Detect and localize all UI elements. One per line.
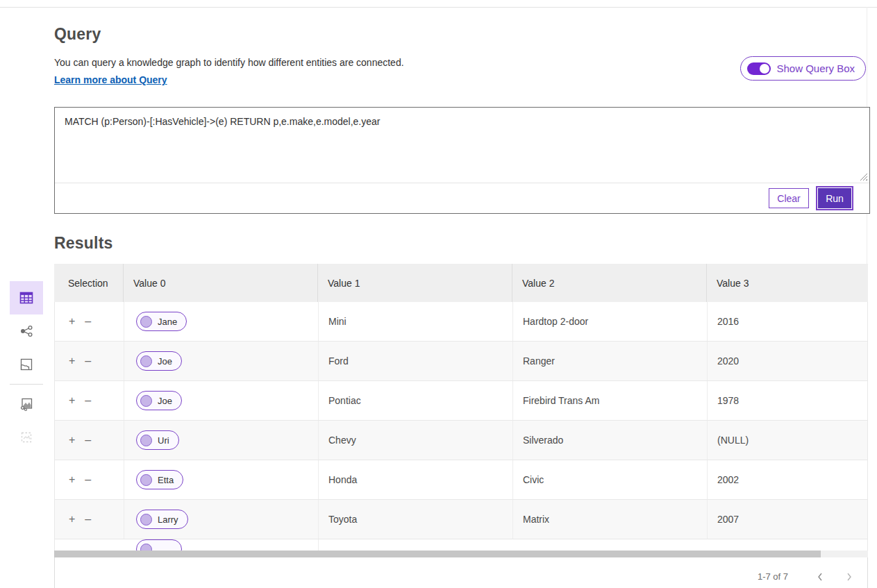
cell-make: Ford <box>319 342 513 380</box>
pagination-label: 1-7 of 7 <box>758 571 788 582</box>
scrollbar-thumb[interactable] <box>54 551 821 557</box>
column-header-value2: Value 2 <box>512 264 707 302</box>
add-to-selection-button[interactable]: + <box>69 474 75 485</box>
show-query-box-toggle[interactable]: Show Query Box <box>740 56 866 81</box>
cell-model: Civic <box>513 460 708 499</box>
entity-chip[interactable]: Jane <box>136 312 187 331</box>
results-title: Results <box>54 234 866 253</box>
entity-dot-icon <box>140 395 152 407</box>
query-panel: MATCH (p:Person)-[:HasVehicle]->(e) RETU… <box>54 107 870 214</box>
query-input[interactable]: MATCH (p:Person)-[:HasVehicle]->(e) RETU… <box>55 108 869 183</box>
entity-dot-icon <box>140 544 152 551</box>
link-chart-view-button[interactable] <box>10 314 43 348</box>
add-to-link-chart-icon <box>18 396 35 412</box>
entity-chip[interactable]: Joe <box>136 351 182 371</box>
entity-chip[interactable]: Etta <box>136 470 183 489</box>
cell-year: 1978 <box>708 381 867 420</box>
add-to-selection-button[interactable]: + <box>69 355 75 367</box>
add-to-selection-button[interactable]: + <box>69 435 75 446</box>
remove-from-selection-button[interactable]: – <box>85 514 91 525</box>
toggle-switch-icon <box>747 62 771 75</box>
view-switcher <box>10 281 43 454</box>
cell-make: Chevy <box>319 421 513 460</box>
cell-year: 2020 <box>708 342 867 380</box>
map-view-button[interactable] <box>10 348 43 381</box>
results-table: Selection Value 0 Value 1 Value 2 Value … <box>54 264 868 588</box>
add-to-selection-button[interactable]: + <box>69 395 75 406</box>
view-strip-divider <box>10 384 43 385</box>
cell-model: Hardtop 2-door <box>513 302 708 341</box>
cell-year: (NULL) <box>708 421 867 460</box>
remove-from-selection-button[interactable]: – <box>85 395 91 406</box>
results-region: Selection Value 0 Value 1 Value 2 Value … <box>54 264 868 588</box>
chevron-right-icon <box>846 572 853 582</box>
entity-dot-icon <box>140 435 152 446</box>
cell-model: Firebird Trans Am <box>513 381 708 420</box>
table-view-icon <box>18 289 35 306</box>
cell-year: 2007 <box>708 500 867 539</box>
remove-from-selection-button[interactable]: – <box>85 474 91 485</box>
entity-dot-icon <box>140 514 152 526</box>
show-query-box-label: Show Query Box <box>776 62 855 74</box>
table-row: + – Joe Pontiac Firebird Trans Am 1978 <box>55 381 867 421</box>
entity-chip[interactable] <box>136 539 182 551</box>
cell-make: Pontiac <box>319 381 513 420</box>
horizontal-scrollbar[interactable] <box>54 551 868 557</box>
entity-chip[interactable]: Uri <box>136 430 179 450</box>
entity-chip[interactable]: Larry <box>136 510 188 529</box>
cell-model: Silverado <box>513 421 708 460</box>
cell-year: 2016 <box>708 302 867 341</box>
column-header-value1: Value 1 <box>318 264 512 302</box>
add-to-map-icon <box>18 429 35 446</box>
table-view-button[interactable] <box>10 281 43 314</box>
clear-button[interactable]: Clear <box>769 188 809 208</box>
column-header-value3: Value 3 <box>707 264 868 302</box>
column-header-value0: Value 0 <box>124 264 318 302</box>
table-row: + – Larry Toyota Matrix 2007 <box>55 500 867 539</box>
chevron-left-icon <box>817 572 824 582</box>
results-table-footer: 1-7 of 7 <box>54 557 868 588</box>
add-to-link-chart-button[interactable] <box>10 387 43 421</box>
entity-chip[interactable]: Joe <box>136 391 182 410</box>
entity-dot-icon <box>140 355 152 367</box>
learn-more-link[interactable]: Learn more about Query <box>54 74 167 85</box>
cell-make: Mini <box>319 302 513 341</box>
cell-model: Ranger <box>513 342 708 380</box>
cell-year: 2002 <box>708 460 867 499</box>
table-row <box>55 539 867 551</box>
add-to-map-button <box>10 421 43 454</box>
remove-from-selection-button[interactable]: – <box>85 435 91 446</box>
cell-make: Honda <box>319 460 513 499</box>
remove-from-selection-button[interactable]: – <box>85 355 91 367</box>
link-chart-view-icon <box>18 323 35 339</box>
results-table-body: + – Jane Mini Hardtop 2-door 2016 + – Jo… <box>54 302 868 551</box>
remove-from-selection-button[interactable]: – <box>85 316 91 327</box>
entity-dot-icon <box>140 316 152 328</box>
table-row: + – Uri Chevy Silverado (NULL) <box>55 421 867 460</box>
table-row: + – Etta Honda Civic 2002 <box>55 460 867 500</box>
cell-model: Matrix <box>513 500 708 539</box>
add-to-selection-button[interactable]: + <box>69 316 75 327</box>
map-view-icon <box>18 356 35 373</box>
table-row: + – Jane Mini Hardtop 2-door 2016 <box>55 302 867 342</box>
table-row: + – Joe Ford Ranger 2020 <box>55 342 867 381</box>
next-page-button[interactable] <box>841 569 858 585</box>
cell-make: Toyota <box>319 500 513 539</box>
column-header-selection: Selection <box>54 264 124 302</box>
query-page: Query You can query a knowledge graph to… <box>0 0 877 588</box>
previous-page-button[interactable] <box>812 569 828 585</box>
entity-dot-icon <box>140 474 152 486</box>
results-table-header: Selection Value 0 Value 1 Value 2 Value … <box>54 264 868 302</box>
add-to-selection-button[interactable]: + <box>69 514 75 525</box>
page-title: Query <box>54 0 866 44</box>
run-button[interactable]: Run <box>818 188 851 208</box>
